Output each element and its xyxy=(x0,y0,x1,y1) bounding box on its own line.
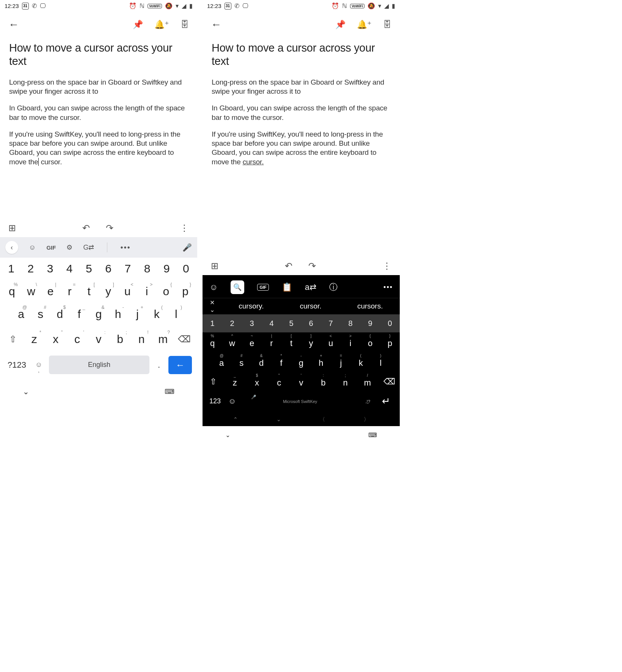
key-f[interactable]: _f xyxy=(69,303,89,326)
key-z[interactable]: _z xyxy=(224,372,246,392)
archive-icon[interactable]: 🗄 xyxy=(181,20,189,30)
punctuation-key[interactable]: ,!? . xyxy=(360,395,375,408)
more-button[interactable]: ⋮ xyxy=(382,261,391,271)
symbols-key[interactable]: 123 xyxy=(206,393,225,409)
suggestion-1[interactable]: cursory. xyxy=(221,298,281,314)
key-t[interactable]: [t xyxy=(79,280,99,303)
key-s[interactable]: #s xyxy=(231,352,251,372)
arrow-down-icon[interactable]: ⌄ xyxy=(276,416,281,423)
key-d[interactable]: $d xyxy=(50,303,69,326)
key-k[interactable]: (k xyxy=(351,352,371,372)
key-p[interactable]: }p xyxy=(380,332,400,352)
note-body[interactable]: How to move a cursor across your text Lo… xyxy=(203,38,400,186)
suggestion-2[interactable]: cursor. xyxy=(281,298,341,314)
key-b[interactable]: ;b xyxy=(109,328,131,350)
archive-icon[interactable]: 🗄 xyxy=(383,20,391,30)
clipboard-icon[interactable]: 📋 xyxy=(282,282,292,292)
key-k[interactable]: (k xyxy=(147,303,166,326)
key-l[interactable]: )l xyxy=(371,352,391,372)
undo-button[interactable]: ↶ xyxy=(82,223,90,233)
key-m[interactable]: /m xyxy=(357,372,379,392)
key-6[interactable]: 6 xyxy=(301,315,321,332)
key-r[interactable]: =r xyxy=(60,280,79,303)
key-5[interactable]: 5 xyxy=(79,258,99,280)
sticker-icon[interactable]: ☺ xyxy=(29,244,36,252)
key-c[interactable]: "c xyxy=(268,372,290,392)
key-o[interactable]: {o xyxy=(156,280,176,303)
key-2[interactable]: 2 xyxy=(222,315,242,332)
symbols-key[interactable]: ?123 xyxy=(5,356,28,374)
arrow-up-icon[interactable]: ⌃ xyxy=(233,416,238,423)
enter-key[interactable]: ← xyxy=(168,356,192,374)
arrow-left-icon[interactable]: 〈 xyxy=(320,416,325,423)
emoji-key[interactable]: ☺ xyxy=(225,393,240,409)
key-7[interactable]: 7 xyxy=(118,258,137,280)
key-x[interactable]: $x xyxy=(246,372,268,392)
reminder-icon[interactable]: 🔔⁺ xyxy=(154,20,169,30)
keyboard-switch-icon[interactable]: ⌨ xyxy=(165,387,174,396)
key-g[interactable]: -g xyxy=(291,352,311,372)
keyboard-switch-icon[interactable]: ⌨ xyxy=(368,431,377,439)
pin-icon[interactable]: 📌 xyxy=(133,20,143,30)
key-i[interactable]: >i xyxy=(137,280,157,303)
period-key[interactable]: . xyxy=(153,356,165,374)
key-p[interactable]: }p xyxy=(176,280,195,303)
key-r[interactable]: |r xyxy=(262,332,281,352)
key-j[interactable]: +j xyxy=(128,303,147,326)
chevron-left-icon[interactable]: ‹ xyxy=(5,241,18,254)
key-w[interactable]: ^w xyxy=(222,332,242,352)
key-t[interactable]: [t xyxy=(281,332,301,352)
key-5[interactable]: 5 xyxy=(281,315,301,332)
shift-key[interactable]: ⇧ xyxy=(203,372,224,391)
redo-button[interactable]: ↷ xyxy=(308,261,316,271)
more-button[interactable]: ⋮ xyxy=(180,223,189,233)
enter-key[interactable]: ↵ xyxy=(375,395,397,407)
nav-collapse-icon[interactable]: ⌄ xyxy=(23,387,29,396)
mic-icon[interactable]: 🎤 xyxy=(182,243,192,252)
gif-button[interactable]: GIF xyxy=(46,244,56,251)
key-h[interactable]: +h xyxy=(311,352,331,372)
key-1[interactable]: 1 xyxy=(203,315,222,332)
key-w[interactable]: \w xyxy=(22,280,41,303)
key-y[interactable]: ]y xyxy=(99,280,118,303)
translate-icon[interactable]: a⇄ xyxy=(305,282,316,292)
key-a[interactable]: @a xyxy=(212,352,231,372)
backspace-key[interactable]: ⌫ xyxy=(174,329,195,349)
backspace-key[interactable]: ⌫ xyxy=(379,372,400,391)
suggestion-3[interactable]: cursors. xyxy=(340,298,400,314)
key-h[interactable]: -h xyxy=(108,303,128,326)
key-0[interactable]: 0 xyxy=(380,315,400,332)
space-key[interactable]: English xyxy=(49,356,149,374)
close-suggestions-icon[interactable]: ✕⌄ xyxy=(203,299,221,313)
key-3[interactable]: 3 xyxy=(40,258,60,280)
back-button[interactable]: ← xyxy=(8,19,19,31)
key-c[interactable]: 'c xyxy=(66,328,88,350)
key-u[interactable]: <u xyxy=(321,332,341,352)
reminder-icon[interactable]: 🔔⁺ xyxy=(357,20,372,30)
key-8[interactable]: 8 xyxy=(341,315,360,332)
add-button[interactable]: ⊞ xyxy=(8,223,16,233)
key-g[interactable]: &g xyxy=(89,303,108,326)
key-7[interactable]: 7 xyxy=(321,315,341,332)
key-v[interactable]: 'v xyxy=(290,372,312,392)
key-6[interactable]: 6 xyxy=(99,258,118,280)
nav-collapse-icon[interactable]: ⌄ xyxy=(225,431,230,439)
back-button[interactable]: ← xyxy=(211,19,221,31)
info-icon[interactable]: ⓘ xyxy=(329,282,338,293)
key-e[interactable]: |e xyxy=(41,280,60,303)
key-z[interactable]: *z xyxy=(24,328,45,350)
key-b[interactable]: :b xyxy=(312,372,334,392)
key-u[interactable]: <u xyxy=(118,280,137,303)
arrow-right-icon[interactable]: 〉 xyxy=(364,416,369,423)
search-icon[interactable]: 🔍 xyxy=(231,280,244,294)
space-key[interactable]: 🎤 Microsoft SwiftKey xyxy=(240,394,360,409)
key-4[interactable]: 4 xyxy=(262,315,281,332)
key-0[interactable]: 0 xyxy=(176,258,196,280)
key-v[interactable]: :v xyxy=(88,328,110,350)
key-n[interactable]: ;n xyxy=(334,372,356,392)
key-s[interactable]: #s xyxy=(31,303,50,326)
key-3[interactable]: 3 xyxy=(242,315,262,332)
redo-button[interactable]: ↷ xyxy=(106,223,113,233)
key-o[interactable]: {o xyxy=(360,332,380,352)
key-x[interactable]: "x xyxy=(45,328,67,350)
